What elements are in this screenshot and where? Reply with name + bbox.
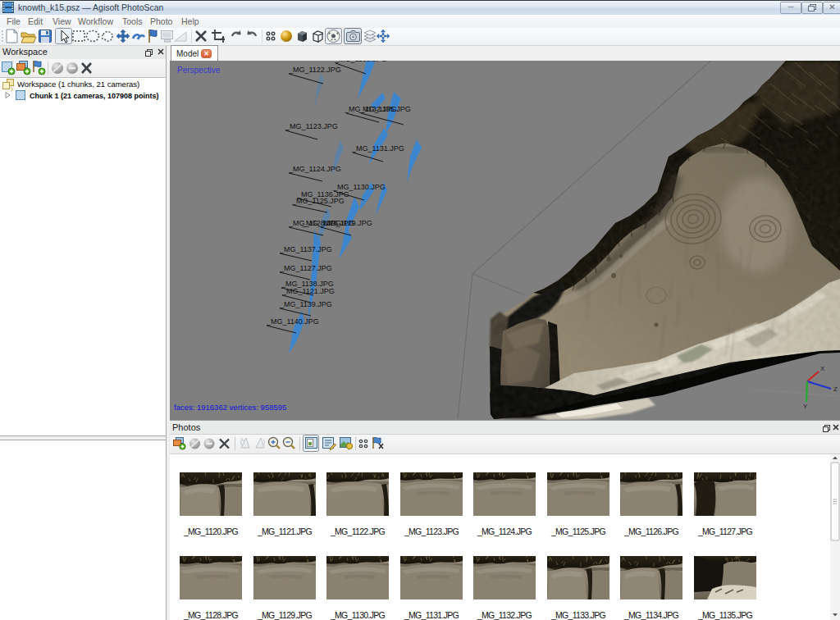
svg-text:_MG_1137.JPG: _MG_1137.JPG: [279, 245, 332, 253]
svg-text:_MG_1131.JPG: _MG_1131.JPG: [351, 144, 404, 153]
svg-text:_MG_1121.JPG: _MG_1121.JPG: [281, 287, 335, 295]
svg-text:faces: 1916362 vertices: 95859: faces: 1916362 vertices: 958595: [174, 403, 286, 412]
svg-text:_MG_1133.JPG: _MG_1133.JPG: [334, 61, 387, 63]
svg-text:_MG_1124.JPG: _MG_1124.JPG: [288, 165, 341, 173]
svg-text:Z: Z: [833, 385, 838, 393]
svg-text:_MG_1140.JPG: _MG_1140.JPG: [266, 317, 319, 326]
svg-text:_MG_1129.JPG: _MG_1129.JPG: [319, 219, 372, 227]
svg-text:Perspective: Perspective: [177, 66, 221, 75]
svg-text:_MG_1125.JPG: _MG_1125.JPG: [291, 197, 345, 205]
svg-text:Y: Y: [803, 403, 808, 410]
svg-text:_MG_1123.JPG: _MG_1123.JPG: [285, 122, 338, 130]
svg-text:_MG_1122.JPG: _MG_1122.JPG: [288, 66, 341, 74]
svg-text:_MG_1127.JPG: _MG_1127.JPG: [279, 264, 332, 272]
svg-text:X: X: [820, 365, 825, 372]
svg-text:_MG_1135.JPG: _MG_1135.JPG: [358, 105, 411, 113]
svg-text:_MG_1139.JPG: _MG_1139.JPG: [279, 300, 332, 308]
